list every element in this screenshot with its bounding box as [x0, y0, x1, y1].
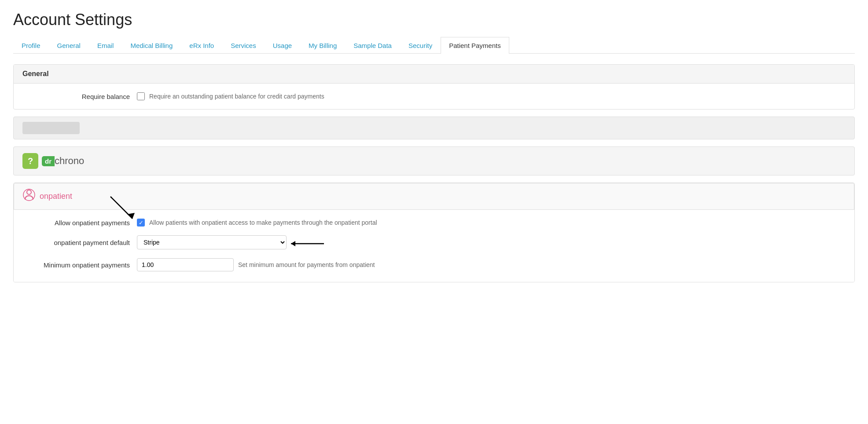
allow-onpatient-payments-row: Allow onpatient payments ✓ Allow patient…	[22, 219, 846, 227]
tab-general[interactable]: General	[49, 37, 89, 54]
page-wrapper: Account Settings Profile General Email M…	[0, 0, 868, 300]
tab-security[interactable]: Security	[400, 37, 441, 54]
question-icon: ?	[22, 153, 38, 169]
drchrono-section: ? drchrono	[13, 146, 855, 175]
require-balance-row: Require balance Require an outstanding p…	[22, 92, 846, 100]
general-section: General Require balance Require an outst…	[13, 64, 855, 110]
checkbox-arrow-wrapper: ✓	[137, 219, 145, 227]
tab-erx-info[interactable]: eRx Info	[181, 37, 222, 54]
general-section-body: Require balance Require an outstanding p…	[14, 84, 854, 109]
page-title: Account Settings	[13, 11, 855, 29]
require-balance-checkbox[interactable]	[137, 92, 145, 100]
tab-email[interactable]: Email	[89, 37, 122, 54]
tabs-nav: Profile General Email Medical Billing eR…	[13, 37, 855, 54]
gray-placeholder-block	[13, 117, 855, 139]
tab-services[interactable]: Services	[222, 37, 265, 54]
payment-default-label: onpatient payment default	[22, 239, 137, 246]
payment-default-control-group: Stripe Square Other	[137, 235, 287, 249]
drchrono-logo: drchrono	[42, 155, 84, 167]
payment-default-select[interactable]: Stripe Square Other	[137, 235, 287, 249]
tab-profile[interactable]: Profile	[13, 37, 49, 54]
svg-point-0	[27, 190, 31, 194]
gray-placeholder-inner	[22, 122, 80, 134]
require-balance-control-group: Require an outstanding patient balance f…	[137, 92, 324, 100]
dr-badge: dr	[42, 156, 55, 166]
general-section-header: General	[14, 65, 854, 84]
tab-patient-payments[interactable]: Patient Payments	[441, 37, 509, 54]
allow-onpatient-payments-hint: Allow patients with onpatient access to …	[149, 219, 377, 226]
onpatient-card: onpatient Allow onpatient payments ✓ All…	[13, 183, 855, 282]
require-balance-label: Require balance	[22, 93, 137, 100]
minimum-onpatient-payments-row: Minimum onpatient payments Set minimum a…	[22, 258, 846, 271]
minimum-onpatient-payments-hint: Set minimum amount for payments from onp…	[238, 261, 375, 268]
onpatient-body: Allow onpatient payments ✓ Allow patient…	[14, 210, 854, 282]
tab-medical-billing[interactable]: Medical Billing	[122, 37, 181, 54]
onpatient-header-text: onpatient	[40, 192, 72, 201]
allow-onpatient-payments-control-group: ✓ Allow patients with onpatient access t…	[137, 219, 377, 227]
tab-usage[interactable]: Usage	[265, 37, 300, 54]
tab-sample-data[interactable]: Sample Data	[345, 37, 400, 54]
minimum-onpatient-payments-label: Minimum onpatient payments	[22, 261, 137, 269]
require-balance-hint: Require an outstanding patient balance f…	[149, 93, 324, 100]
arrow-annotation-2	[289, 238, 333, 251]
chrono-text: chrono	[55, 155, 84, 167]
minimum-onpatient-payments-control-group: Set minimum amount for payments from onp…	[137, 258, 375, 271]
payment-default-row: onpatient payment default Stripe Square …	[22, 235, 846, 249]
arrow-annotation-1	[97, 194, 141, 225]
minimum-onpatient-payments-input[interactable]	[137, 258, 234, 271]
tab-my-billing[interactable]: My Billing	[300, 37, 345, 54]
svg-marker-5	[291, 241, 295, 246]
onpatient-icon	[23, 189, 35, 204]
